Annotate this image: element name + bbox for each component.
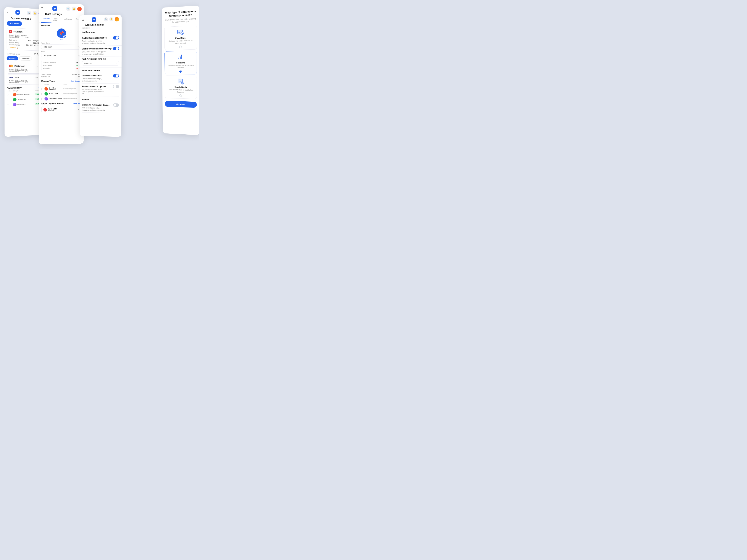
desktop-notif-toggle[interactable]: [113, 36, 119, 39]
tab-team-plan[interactable]: Team Plan: [52, 17, 63, 23]
as-hamburger-icon[interactable]: ☰: [82, 18, 84, 21]
mastercard-logo: [9, 64, 13, 68]
milestone-icon: [177, 54, 184, 60]
continue-button[interactable]: Continue: [165, 101, 197, 108]
ts-manage-header: Manage Team + Add Member: [39, 79, 84, 83]
as-back-arrow-icon[interactable]: ←: [82, 24, 84, 26]
ts-team-table: Name Email Brooklyn Simmons curtis@examp…: [39, 83, 84, 101]
col-name: Name: [45, 84, 63, 85]
ts-page-header: ← Team Settings: [38, 11, 84, 17]
search-icon[interactable]: 🔍: [27, 10, 31, 15]
member-info-3: Marvin McKinney: [45, 97, 63, 101]
ts-team-avatar: 📌 ✎ Edit: [38, 28, 84, 43]
back-arrow-icon[interactable]: ←: [7, 17, 9, 19]
avatar-brooklyn: [13, 93, 17, 96]
ts-avatar-edit-badge[interactable]: ✎: [63, 35, 66, 38]
email-title: Email Notifications: [82, 69, 119, 72]
push-timeout-select[interactable]: 10 Minutes ▼: [82, 61, 119, 65]
desktop-notif-desc: Receive notification all of the messages…: [82, 40, 107, 45]
ts-bell-icon[interactable]: 🔔: [72, 6, 76, 11]
as-bell-icon[interactable]: 🔔: [109, 17, 113, 22]
bell-icon[interactable]: 🔔: [33, 11, 37, 16]
as-page-header: ← Account Settings: [79, 22, 122, 27]
ts-payment-title: Saved Payment Method: [42, 102, 64, 105]
fixed-rate-icon: $: [177, 28, 184, 36]
ts-email-value: hello@filllo.com: [43, 54, 56, 57]
ts-manage-title: Manage Team: [41, 80, 55, 82]
ts-edit-label[interactable]: Edit: [60, 38, 63, 41]
icici-logo: I: [9, 30, 12, 33]
deposit-button[interactable]: Deposit: [7, 56, 18, 60]
member-checkbox-1[interactable]: [42, 88, 44, 90]
ts-email-input[interactable]: hello@filllo.com ✎: [41, 53, 81, 58]
desktop-notif-title: Enable Desktop Notification: [82, 37, 107, 39]
mc-menu-dots[interactable]: •••: [36, 65, 38, 67]
col-email: Email: [63, 84, 81, 85]
ts-active-contracts: Active Contracts 09 ›: [43, 61, 79, 64]
bank-menu-dots[interactable]: •••: [36, 31, 38, 33]
tab-advanced[interactable]: Advanced: [62, 17, 74, 23]
ct-option-fixed[interactable]: $ Fixed Rate Contracts that have a fixed…: [164, 26, 197, 50]
payment-history-header: Payment History See All: [4, 85, 45, 90]
member-avatar-2: [45, 92, 48, 96]
ts-hamburger-icon[interactable]: ☰: [41, 7, 43, 10]
history-row-1: 552 Brooklyn Simmons Paid: [4, 91, 45, 97]
push-timeout-label: Push Notification Time-out: [82, 58, 119, 60]
ts-payment-header: Saved Payment Method + Add New: [42, 102, 81, 105]
ct-option-milestone[interactable]: Milestone Contract with that will be pai…: [164, 51, 197, 75]
avatar-jerome: [13, 98, 17, 101]
comm-email-toggle[interactable]: [113, 74, 119, 77]
push-timeout-chevron-icon: ▼: [115, 62, 117, 64]
as-avatar[interactable]: [115, 17, 119, 22]
unread-badge-item: Enable Unread Notification Badge Shows a…: [79, 46, 122, 57]
milestone-desc: Contract with that will be paid as the g…: [167, 64, 195, 69]
comm-email-item: Communication Emails Receive email for m…: [82, 73, 119, 83]
ts-team-name-input[interactable]: Filllo Team ✎: [41, 44, 81, 50]
member-checkbox-2[interactable]: [42, 93, 44, 95]
ts-email-field: Email hello@filllo.com ✎: [39, 51, 84, 59]
icici-bank-section: I ICICI Bank ••• ▲ Account: Rafiqur Rahm…: [6, 28, 43, 51]
milestone-radio[interactable]: [179, 70, 182, 73]
ts-avatar[interactable]: [77, 7, 82, 11]
ts-bank-left: I ICICI Bank Account:: [44, 108, 57, 112]
disable-sounds-toggle[interactable]: [113, 103, 119, 107]
ts-search-icon[interactable]: 🔍: [66, 6, 70, 11]
copy-info-btn[interactable]: Copy Info 📋: [9, 47, 41, 49]
visa-number: Number: 5344 **** **** 5755: [9, 81, 41, 83]
unread-badge-toggle[interactable]: [113, 47, 119, 50]
disable-sounds-item: Disable All Notification Sounds Mute all…: [82, 102, 119, 113]
ts-bank-chevron-icon[interactable]: ▼: [78, 109, 79, 110]
comm-email-title: Communication Emails: [82, 75, 103, 77]
ct-option-hourly[interactable]: Hourly Basis Contract with that will be …: [165, 76, 197, 99]
member-row-3: Marvin McKinney roberts@example.com: [42, 96, 81, 101]
as-search-icon[interactable]: 🔍: [104, 17, 108, 22]
mc-number: Number: 5344 **** **** 5755: [9, 70, 41, 72]
ts-topbar: ☰ ◈ 🔍 🔔: [38, 4, 84, 12]
hamburger-icon[interactable]: ☰: [7, 11, 8, 13]
withdraw-button[interactable]: Withdraw: [20, 56, 32, 60]
ts-back-arrow-icon[interactable]: ←: [41, 12, 43, 15]
ts-email-label: Email: [41, 51, 81, 53]
visa-section: VISA Visa ••• ▼ Account: Rafiqur Rahman …: [7, 75, 43, 85]
mastercard-name: Mastercard: [15, 65, 24, 67]
svg-rect-7: [180, 57, 181, 59]
tab-general[interactable]: General: [41, 17, 52, 23]
svg-line-1: [179, 31, 182, 31]
sounds-title: Sounds: [82, 99, 119, 101]
visa-menu-dots[interactable]: •••: [35, 76, 38, 78]
announce-item: Announcements & Updates Receive all noti…: [82, 83, 119, 97]
comm-email-desc: Receive email for messages, contracts, d…: [82, 78, 107, 82]
desktop-notification-item: Enable Desktop Notification Receive noti…: [79, 35, 122, 46]
app-logo: ◈: [16, 10, 20, 15]
member-row-2: Jerome Bell lawson@example.com: [42, 91, 81, 96]
member-checkbox-3[interactable]: [42, 98, 44, 100]
announce-toggle[interactable]: [113, 85, 119, 88]
fixed-rate-radio[interactable]: [179, 46, 182, 48]
add-new-button[interactable]: Add New +: [7, 21, 22, 26]
ct-subtitle: Start creating your contract by selectin…: [165, 18, 196, 24]
email-notifications-section: Email Notifications Communication Emails…: [79, 68, 122, 98]
hourly-radio[interactable]: [179, 95, 182, 97]
account-number-label: Account number: [9, 44, 20, 46]
ts-plan-label: Current Plan: [41, 76, 50, 78]
ts-active-val: 09 ›: [76, 62, 79, 63]
